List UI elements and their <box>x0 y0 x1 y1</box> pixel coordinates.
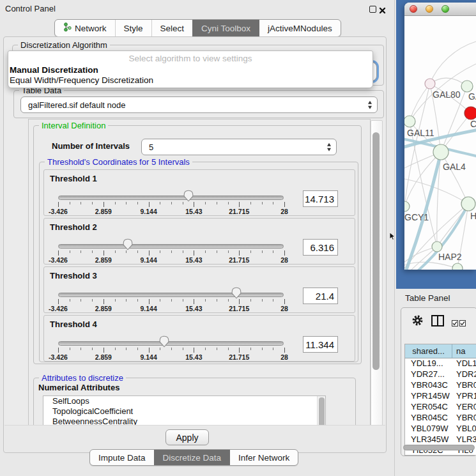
slider-track[interactable] <box>58 244 284 249</box>
tick-mark <box>126 250 127 253</box>
table-horizontal-scrollbar[interactable] <box>403 445 475 450</box>
tick-label: 2.859 <box>95 305 112 312</box>
cell-name: YER0 <box>452 402 476 413</box>
network-canvas[interactable]: GAL80GACGAL11GAL4GCY1HHAP2 <box>404 16 476 270</box>
network-node[interactable] <box>461 81 473 92</box>
slider-thumb[interactable] <box>122 238 134 250</box>
tick-mark <box>160 348 160 350</box>
tick-label: 15.43 <box>185 208 202 215</box>
num-intervals-spinner[interactable]: 5 <box>141 139 337 155</box>
network-edge <box>404 262 457 268</box>
tick-mark <box>228 202 229 204</box>
columns-icon[interactable] <box>431 315 444 329</box>
tick-mark <box>205 202 206 204</box>
threshold-value-field[interactable] <box>303 288 338 304</box>
column-header-shared[interactable]: shared... <box>405 344 452 358</box>
algorithm-option[interactable]: Manual Discretization <box>8 65 372 75</box>
scrollbar-thumb[interactable] <box>372 132 380 370</box>
tab-label: Style <box>124 24 143 33</box>
tab-select[interactable]: Select <box>151 20 193 36</box>
network-node[interactable] <box>404 201 410 211</box>
tick-mark <box>137 202 138 204</box>
tick-mark <box>284 250 285 256</box>
column-header-name[interactable]: na <box>452 344 476 358</box>
network-node[interactable] <box>433 144 449 160</box>
cell-name: YDL1 <box>452 358 476 369</box>
list-item[interactable]: SelfLoops <box>43 396 325 406</box>
apply-button[interactable]: Apply <box>165 429 209 445</box>
zoom-window-icon[interactable] <box>441 5 449 13</box>
slider-thumb[interactable] <box>183 190 194 202</box>
network-node[interactable] <box>432 242 442 252</box>
tick-label: -3.426 <box>49 256 68 264</box>
tick-mark <box>149 202 150 207</box>
threshold-value-field[interactable] <box>303 336 338 353</box>
tab-impute-data[interactable]: Impute Data <box>90 450 154 465</box>
tab-style[interactable]: Style <box>115 20 151 36</box>
tab-infer-network[interactable]: Infer Network <box>229 450 298 465</box>
tick-mark <box>92 348 93 350</box>
network-window-titlebar[interactable] <box>404 3 476 16</box>
tick-label: -3.426 <box>49 353 68 361</box>
tab-network[interactable]: Network <box>55 20 115 36</box>
tick-mark <box>228 299 229 302</box>
checkbox-icon[interactable] <box>459 318 466 329</box>
cell-name: YDR2 <box>452 369 476 380</box>
table-header-row: shared... na <box>405 344 476 358</box>
tab-discretize-data[interactable]: Discretize Data <box>154 450 230 465</box>
threshold-value-field[interactable] <box>303 239 338 256</box>
tab-label: Impute Data <box>98 453 146 463</box>
tick-mark <box>104 250 104 256</box>
network-node[interactable] <box>464 107 476 119</box>
close-icon[interactable] <box>379 5 386 17</box>
network-node[interactable] <box>404 116 415 127</box>
network-desktop: GAL80GACGAL11GAL4GCY1HHAP2 <box>396 0 476 289</box>
table-row[interactable]: YER054CYER0 <box>405 402 476 413</box>
numerical-attributes-list[interactable]: SelfLoopsTopologicalCoefficientBetweenne… <box>43 395 326 426</box>
settings-vertical-scrollbar[interactable] <box>371 120 383 426</box>
table-row[interactable]: YDL19...YDL1 <box>405 358 476 369</box>
tick-label: 21.715 <box>229 256 249 264</box>
tick-label: 9.144 <box>140 256 157 264</box>
algorithm-option[interactable]: Equal Width/Frequency Discretization <box>8 75 372 86</box>
tab-jactivemnodules[interactable]: jActiveMNodules <box>259 20 341 36</box>
slider-thumb[interactable] <box>158 335 170 348</box>
table-row[interactable]: YLR345WYLR3 <box>405 434 476 445</box>
node-label: HAP2 <box>438 252 462 262</box>
table-data-value: galFiltered.sif default node <box>28 100 125 110</box>
tick-mark <box>194 250 194 256</box>
table-row[interactable]: YDR27...YDR2 <box>405 369 476 380</box>
tick-label: 28 <box>280 256 288 264</box>
checkbox-icon[interactable] <box>452 318 458 329</box>
tick-label: 2.859 <box>95 256 112 264</box>
slider-track[interactable] <box>58 341 284 346</box>
tick-mark <box>284 202 285 207</box>
list-scrollbar[interactable] <box>317 396 325 426</box>
network-node[interactable] <box>452 263 463 270</box>
combo-arrows-icon <box>368 101 372 109</box>
tick-mark <box>160 299 160 302</box>
tick-label: -3.426 <box>49 208 68 215</box>
tick-mark <box>81 348 81 350</box>
screen: Control Panel NetworkStyleSelectCyni Too… <box>0 0 476 476</box>
network-window[interactable]: GAL80GACGAL11GAL4GCY1HHAP2 <box>404 3 476 270</box>
network-node[interactable] <box>461 197 475 211</box>
gear-icon[interactable] <box>411 314 424 329</box>
minimize-window-icon[interactable] <box>426 5 433 13</box>
table-row[interactable]: YBR043CYBR0 <box>405 380 476 391</box>
slider-thumb[interactable] <box>231 287 242 299</box>
list-item[interactable]: TopologicalCoefficient <box>43 406 325 417</box>
tab-cyni-toolbox[interactable]: Cyni Toolbox <box>192 20 259 36</box>
cell-name: YBR0 <box>452 380 476 391</box>
table-row[interactable]: YBR045CYBR0 <box>405 413 476 424</box>
table-data-select[interactable]: galFiltered.sif default node <box>20 96 378 113</box>
close-window-icon[interactable] <box>410 5 417 13</box>
network-node[interactable] <box>425 79 435 89</box>
float-window-icon[interactable] <box>369 6 376 13</box>
table-row[interactable]: YBL079WYBL0 <box>405 424 476 434</box>
tick-mark <box>183 250 183 253</box>
table-row[interactable]: YPR145WYPR1 <box>405 391 476 402</box>
slider-track[interactable] <box>58 293 284 297</box>
slider-track[interactable] <box>58 196 284 200</box>
threshold-value-field[interactable] <box>303 190 338 207</box>
